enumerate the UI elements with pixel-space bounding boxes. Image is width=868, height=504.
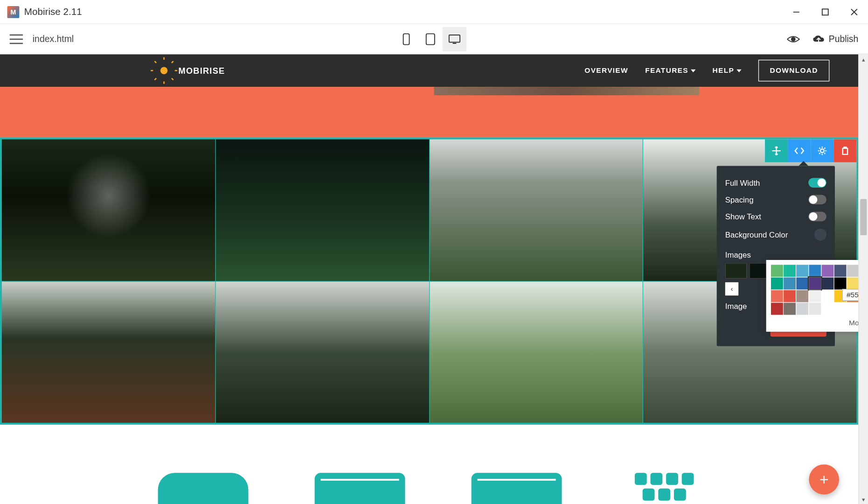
nav-brand-text: MOBIRISE: [179, 66, 225, 76]
feature-icon-window: [472, 473, 562, 504]
vertical-scrollbar[interactable]: ▴ ▾: [858, 54, 868, 504]
setting-full-width-toggle[interactable]: [808, 178, 826, 188]
color-more-link[interactable]: More >: [771, 318, 858, 327]
nav-download-button[interactable]: DOWNLOAD: [758, 60, 830, 82]
cloud-upload-icon: [812, 34, 825, 44]
color-swatch[interactable]: [771, 290, 783, 302]
setting-show-text-toggle[interactable]: [808, 212, 826, 222]
feature-icon-globe: [628, 473, 701, 504]
titlebar: M Mobirise 2.11: [0, 0, 868, 24]
scroll-down-arrow[interactable]: ▾: [859, 495, 868, 504]
preview-icon[interactable]: [786, 35, 799, 43]
color-swatch[interactable]: [822, 265, 834, 277]
add-block-fab[interactable]: +: [809, 464, 839, 495]
color-swatch[interactable]: [847, 278, 859, 290]
nav-link-overview[interactable]: OVERVIEW: [584, 66, 628, 75]
nav-brand[interactable]: MOBIRISE: [157, 63, 225, 78]
color-swatch[interactable]: [822, 278, 834, 290]
color-swatch[interactable]: [809, 303, 821, 315]
sun-icon: [157, 63, 171, 78]
setting-images-label: Images: [725, 250, 826, 259]
color-swatch[interactable]: [784, 265, 796, 277]
color-swatch[interactable]: [784, 290, 796, 302]
color-swatch[interactable]: [784, 278, 796, 290]
move-block-button[interactable]: [765, 140, 788, 162]
hero-section: [0, 87, 858, 138]
close-button[interactable]: [845, 3, 863, 21]
color-swatch[interactable]: [834, 278, 847, 290]
delete-block-button[interactable]: [833, 140, 856, 162]
block-settings-panel: Full Width Spacing Show Text Background …: [717, 166, 835, 346]
setting-full-width-label: Full Width: [725, 178, 760, 187]
color-swatch[interactable]: [796, 265, 808, 277]
color-swatch[interactable]: [809, 265, 821, 277]
color-hex-tooltip: #553982: [842, 289, 859, 301]
caret-down-icon: [691, 69, 695, 72]
feature-icon-bootstrap: [158, 473, 249, 504]
block-tools: [765, 140, 856, 162]
setting-bg-color-label: Background Color: [725, 230, 788, 239]
menu-icon[interactable]: [10, 34, 23, 44]
color-swatch[interactable]: [771, 303, 783, 315]
toolbar: index.html Publish: [0, 24, 868, 55]
page-nav: MOBIRISE OVERVIEW FEATURES HELP DOWNLOAD: [0, 54, 858, 87]
scroll-up-arrow[interactable]: ▴: [859, 54, 868, 64]
caret-down-icon: [736, 69, 741, 72]
maximize-button[interactable]: [816, 3, 834, 21]
mobile-view-button[interactable]: [394, 27, 418, 51]
app-title: Mobirise 2.11: [24, 7, 82, 17]
color-picker: #553982 More >: [766, 260, 859, 332]
color-swatch[interactable]: [834, 265, 847, 277]
color-swatch[interactable]: [796, 278, 808, 290]
desktop-view-button[interactable]: [442, 27, 466, 51]
color-swatch[interactable]: [771, 278, 783, 290]
code-block-button[interactable]: [788, 140, 811, 162]
color-swatch[interactable]: [784, 303, 796, 315]
file-name: index.html: [33, 34, 74, 44]
tablet-view-button[interactable]: [418, 27, 442, 51]
gallery-image-7[interactable]: [430, 281, 643, 423]
scroll-thumb[interactable]: [860, 199, 867, 235]
svg-rect-5: [426, 34, 434, 44]
setting-bg-color-swatch[interactable]: [814, 229, 826, 241]
gallery-image-2[interactable]: [215, 140, 429, 281]
settings-block-button[interactable]: [811, 140, 833, 162]
image-thumb[interactable]: [725, 263, 747, 279]
hero-image-bottom: [434, 87, 700, 95]
images-scroll-left[interactable]: ‹: [725, 282, 738, 295]
setting-spacing-label: Spacing: [725, 195, 754, 204]
canvas: MOBIRISE OVERVIEW FEATURES HELP DOWNLOAD: [0, 54, 858, 504]
svg-point-9: [820, 149, 824, 153]
color-swatch[interactable]: [771, 265, 783, 277]
nav-link-help[interactable]: HELP: [713, 66, 742, 75]
gallery-image-3[interactable]: [430, 140, 643, 281]
svg-rect-1: [822, 9, 828, 15]
setting-spacing-toggle[interactable]: [808, 195, 826, 204]
svg-point-8: [792, 37, 795, 41]
publish-button[interactable]: Publish: [812, 34, 859, 44]
gallery-image-6[interactable]: [215, 281, 429, 423]
svg-rect-4: [403, 34, 409, 44]
svg-rect-6: [449, 35, 459, 42]
color-swatch[interactable]: [809, 278, 821, 290]
gallery-image-5[interactable]: [2, 281, 215, 423]
setting-show-text-label: Show Text: [725, 212, 761, 221]
minimize-button[interactable]: [787, 3, 806, 21]
app-icon: M: [7, 6, 20, 18]
feature-icon-window: [315, 473, 405, 504]
color-swatch[interactable]: [822, 290, 834, 302]
gallery-block[interactable]: Full Width Spacing Show Text Background …: [0, 138, 858, 425]
color-swatch[interactable]: [847, 265, 859, 277]
color-swatch[interactable]: [809, 290, 821, 302]
nav-link-features[interactable]: FEATURES: [645, 66, 695, 75]
color-swatch[interactable]: [796, 290, 808, 302]
color-swatch[interactable]: [796, 303, 808, 315]
features-section: [0, 425, 858, 504]
gallery-image-1[interactable]: [2, 140, 215, 281]
publish-label: Publish: [829, 34, 859, 44]
